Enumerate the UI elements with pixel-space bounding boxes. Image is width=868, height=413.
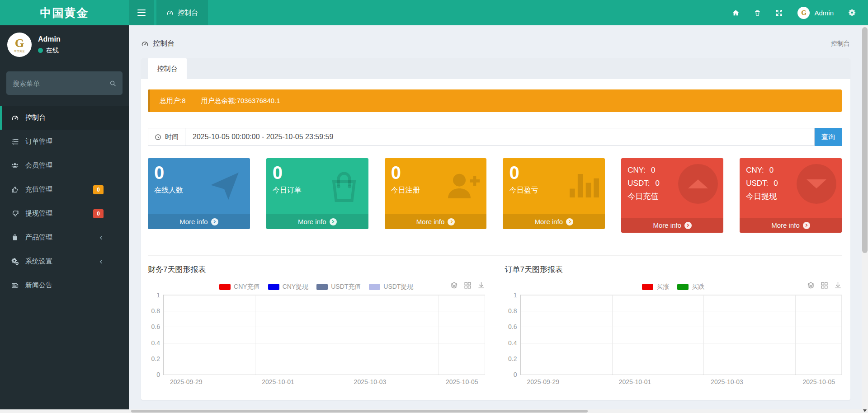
cny-value: 0 [769,166,774,174]
y-tick: 1 [514,291,517,299]
legend-label: CNY提现 [283,283,309,291]
more-info-link[interactable]: More info [503,214,605,229]
arrow-circle-right-icon [684,222,692,229]
info-box-pnl: 0 今日盈亏 More info [503,158,605,229]
arrow-circle-right-icon [803,222,810,229]
gears-icon[interactable] [848,9,856,17]
date-range-group: 时间 [148,128,815,146]
y-tick: 0.6 [151,323,160,330]
y-tick: 0.2 [151,355,160,362]
info-box-today-withdrawal: CNY:0 USDT:0 今日提现 More info [740,158,842,233]
x-tick: 2025-09-29 [527,378,559,385]
chart-title: 订单7天图形报表 [505,264,842,275]
menu-label: 提现管理 [25,209,52,218]
legend-item[interactable]: 买跌 [677,283,704,291]
arrow-circle-right-icon [330,218,337,225]
sidebar-item-dashboard[interactable]: 控制台 [0,106,129,130]
horizontal-scrollbar[interactable] [0,409,862,413]
x-tick: 2025-10-05 [446,378,478,385]
y-tick: 1 [156,291,160,299]
sidebar-item-withdrawals[interactable]: 提现管理 0 [0,202,129,225]
charts-row: 财务7天图形报表 CNY充值 CNY提现 USDT充值 USDT提现 [148,255,842,388]
more-info-label: More info [298,218,326,225]
user-plus-icon [442,168,481,204]
legend-item[interactable]: 买涨 [642,283,669,291]
legend-item[interactable]: CNY充值 [219,283,260,291]
total-balance-text: 用户总余额:7036376840.1 [201,97,280,105]
sidebar-item-orders[interactable]: 订单管理 [0,130,129,154]
vertical-scrollbar-thumb[interactable] [862,27,868,253]
scrollbar-down-arrow[interactable] [863,409,867,412]
legend-item[interactable]: USDT提现 [369,283,413,291]
info-boxes-row: 0 在线人数 More info 0 今日订单 [148,158,842,233]
sidebar-item-members[interactable]: 会员管理 [0,154,129,178]
sidebar-search [6,71,123,95]
y-tick: 0.8 [151,307,160,314]
more-info-label: More info [179,218,208,225]
date-range-input[interactable] [185,128,814,145]
search-input[interactable] [13,80,109,87]
breadcrumb[interactable]: 控制台 [141,39,175,48]
top-tab-dashboard[interactable]: 控制台 [156,0,208,25]
sidebar-toggle-button[interactable] [129,0,154,25]
more-info-label: More info [416,218,445,225]
more-info-link[interactable]: More info [266,214,368,229]
menu-label: 系统设置 [25,257,52,266]
data-view-icon[interactable] [821,282,828,289]
chart-title: 财务7天图形报表 [148,264,485,275]
shopping-bag-icon [325,168,363,206]
stack-toggle-icon[interactable] [807,282,815,289]
top-navbar: 中国黄金 控制台 G Admin [0,0,868,25]
legend-item[interactable]: CNY提现 [268,283,309,291]
vertical-scrollbar[interactable] [862,25,868,413]
sidebar-menu: 控制台 订单管理 会员管理 充值管理 0 提现管理 0 [0,106,129,297]
usdt-label: USDT: [746,179,768,188]
y-tick: 0 [514,371,517,378]
user-menu[interactable]: G Admin [797,7,834,19]
horizontal-scrollbar-thumb[interactable] [131,410,588,413]
download-icon[interactable] [834,282,842,289]
cny-label: CNY: [627,166,646,174]
x-axis-labels: 2025-09-29 2025-10-01 2025-10-03 2025-10… [520,378,842,388]
sidebar: G中国黄金 Admin 在线 控制台 订单管理 [0,25,129,413]
info-box-registrations: 0 今日注册 More info [385,158,487,229]
home-icon[interactable] [732,9,740,17]
tab-dashboard[interactable]: 控制台 [148,58,187,79]
sidebar-item-products[interactable]: 产品管理 [0,225,129,249]
sidebar-item-news[interactable]: 新闻公告 [0,273,129,297]
arrow-circle-right-icon [211,218,218,225]
thumbs-down-icon [10,210,20,217]
online-dot [38,48,43,53]
more-info-link[interactable]: More info [148,214,250,229]
data-view-icon[interactable] [464,282,472,289]
sidebar-item-settings[interactable]: 系统设置 [0,249,129,273]
stack-toggle-icon[interactable] [450,282,458,289]
time-addon: 时间 [148,128,185,145]
menu-label: 充值管理 [25,185,52,194]
legend-item[interactable]: USDT充值 [316,283,361,291]
main-content: 控制台 控制台 控制台 总用户:8 用户总余额:7036376840.1 时间 [129,25,862,413]
info-box-orders: 0 今日订单 More info [266,158,368,229]
y-tick: 0.4 [151,339,160,347]
trash-icon[interactable] [754,9,761,17]
gauge-icon [141,40,149,47]
fullscreen-icon[interactable] [775,9,783,17]
time-label: 时间 [165,133,179,141]
breadcrumb-label: 控制台 [153,39,175,48]
legend-label: 买涨 [656,283,669,291]
more-info-link[interactable]: More info [385,214,487,229]
sidebar-user-status: 在线 [38,47,61,55]
list-icon [10,138,20,145]
search-icon[interactable] [109,80,116,87]
sidebar-item-deposits[interactable]: 充值管理 0 [0,178,129,202]
download-icon[interactable] [477,282,485,289]
clock-icon [155,134,161,141]
y-tick: 0.2 [508,355,517,362]
more-info-label: More info [535,218,563,225]
bar-chart-icon [563,168,599,203]
dashboard-card: 控制台 总用户:8 用户总余额:7036376840.1 时间 [141,58,850,400]
more-info-link[interactable]: More info [740,218,842,233]
query-button[interactable]: 查询 [815,128,842,146]
arrow-circle-right-icon [566,218,573,225]
more-info-link[interactable]: More info [621,218,723,233]
